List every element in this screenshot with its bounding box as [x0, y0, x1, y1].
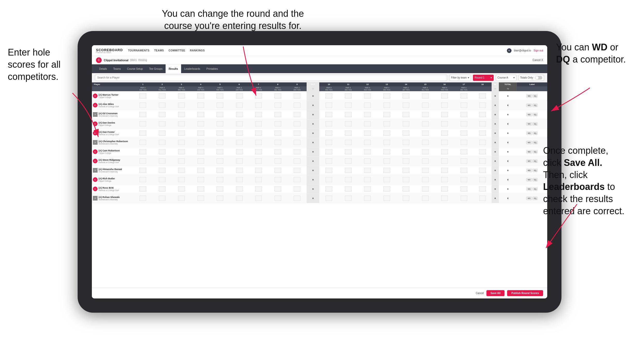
hole-17-input[interactable] — [461, 168, 467, 173]
hole-1-score[interactable] — [133, 91, 152, 101]
hole-14-score[interactable] — [396, 194, 416, 203]
hole-8-score[interactable] — [268, 175, 287, 184]
hole-12-input[interactable] — [364, 158, 371, 164]
hole-6-input[interactable] — [236, 196, 243, 201]
hole-6-score[interactable] — [230, 110, 249, 119]
hole-4-input[interactable] — [197, 177, 204, 182]
hole-8-score[interactable] — [268, 138, 287, 147]
hole-14-score[interactable] — [396, 175, 416, 184]
hole-2-input[interactable] — [159, 112, 166, 117]
hole-3-score[interactable] — [172, 175, 191, 184]
tab-results[interactable]: Results — [166, 64, 181, 73]
hole-13-input[interactable] — [383, 121, 390, 126]
hole-15-input[interactable] — [422, 186, 429, 191]
hole-10-score[interactable] — [319, 128, 338, 138]
hole-2-input[interactable] — [159, 130, 166, 136]
hole-16-score[interactable] — [435, 166, 454, 175]
hole-11-input[interactable] — [345, 112, 352, 117]
hole-5-input[interactable] — [217, 196, 223, 201]
hole-9-input[interactable] — [294, 158, 300, 164]
wd-button[interactable]: WD — [526, 122, 532, 126]
hole-18-score[interactable] — [473, 147, 492, 156]
hole-11-score[interactable] — [338, 110, 358, 119]
hole-6-score[interactable] — [230, 119, 249, 128]
hole-9-input[interactable] — [294, 121, 300, 126]
hole-3-score[interactable] — [172, 156, 191, 166]
hole-14-input[interactable] — [403, 103, 409, 108]
hole-3-input[interactable] — [178, 186, 185, 191]
hole-4-input[interactable] — [197, 140, 204, 145]
hole-8-input[interactable] — [275, 112, 281, 117]
hole-15-score[interactable] — [416, 156, 435, 166]
hole-10-input[interactable] — [325, 93, 332, 98]
hole-9-score[interactable] — [287, 184, 307, 194]
hole-18-input[interactable] — [479, 93, 486, 98]
hole-9-input[interactable] — [294, 168, 300, 173]
hole-1-input[interactable] — [139, 140, 146, 145]
hole-12-input[interactable] — [364, 103, 371, 108]
publish-button[interactable]: Publish Round Scores — [507, 290, 543, 296]
hole-2-input[interactable] — [159, 168, 166, 173]
hole-3-input[interactable] — [178, 121, 185, 126]
dq-button[interactable]: DQ — [532, 122, 538, 126]
hole-10-input[interactable] — [325, 121, 332, 126]
hole-18-score[interactable] — [473, 175, 492, 184]
hole-18-input[interactable] — [479, 177, 486, 182]
hole-9-input[interactable] — [294, 93, 300, 98]
hole-17-score[interactable] — [454, 119, 473, 128]
hole-5-input[interactable] — [217, 158, 223, 164]
dq-button[interactable]: DQ — [532, 113, 538, 116]
hole-14-input[interactable] — [403, 140, 409, 145]
hole-12-score[interactable] — [358, 184, 377, 194]
hole-15-score[interactable] — [416, 128, 435, 138]
hole-14-input[interactable] — [403, 93, 409, 98]
wd-button[interactable]: WD — [526, 169, 532, 172]
hole-10-score[interactable] — [319, 147, 338, 156]
hole-17-score[interactable] — [454, 91, 473, 101]
hole-2-input[interactable] — [159, 196, 166, 201]
hole-10-input[interactable] — [325, 177, 332, 182]
hole-13-input[interactable] — [383, 112, 390, 117]
hole-4-score[interactable] — [191, 110, 210, 119]
hole-4-input[interactable] — [197, 158, 204, 164]
hole-5-score[interactable] — [210, 119, 230, 128]
hole-17-score[interactable] — [454, 138, 473, 147]
hole-17-score[interactable] — [454, 147, 473, 156]
hole-13-score[interactable] — [377, 101, 396, 110]
hole-17-input[interactable] — [461, 130, 467, 136]
wd-button[interactable]: WD — [526, 132, 532, 135]
hole-4-score[interactable] — [191, 175, 210, 184]
hole-5-input[interactable] — [217, 112, 223, 117]
hole-3-score[interactable] — [172, 194, 191, 203]
hole-1-input[interactable] — [139, 196, 146, 201]
hole-9-input[interactable] — [294, 112, 300, 117]
hole-6-input[interactable] — [236, 130, 243, 136]
hole-5-input[interactable] — [217, 149, 223, 154]
hole-17-input[interactable] — [461, 158, 467, 164]
hole-6-score[interactable] — [230, 184, 249, 194]
hole-12-input[interactable] — [364, 177, 371, 182]
hole-6-score[interactable] — [230, 128, 249, 138]
hole-5-input[interactable] — [217, 130, 223, 136]
hole-2-score[interactable] — [152, 175, 172, 184]
hole-7-input[interactable] — [255, 93, 262, 98]
hole-16-score[interactable] — [435, 184, 454, 194]
hole-5-score[interactable] — [210, 194, 230, 203]
hole-13-input[interactable] — [383, 177, 390, 182]
hole-14-input[interactable] — [403, 186, 409, 191]
hole-4-score[interactable] — [191, 194, 210, 203]
hole-17-input[interactable] — [461, 140, 467, 145]
hole-6-score[interactable] — [230, 147, 249, 156]
hole-12-input[interactable] — [364, 196, 371, 201]
hole-15-score[interactable] — [416, 91, 435, 101]
hole-16-input[interactable] — [441, 177, 448, 182]
hole-2-input[interactable] — [159, 121, 166, 126]
hole-7-input[interactable] — [255, 196, 262, 201]
hole-18-score[interactable] — [473, 194, 492, 203]
hole-4-input[interactable] — [197, 93, 204, 98]
hole-8-score[interactable] — [268, 91, 287, 101]
nav-teams[interactable]: TEAMS — [154, 49, 164, 52]
hole-5-input[interactable] — [217, 121, 223, 126]
hole-14-score[interactable] — [396, 119, 416, 128]
dq-button[interactable]: DQ — [532, 141, 538, 144]
